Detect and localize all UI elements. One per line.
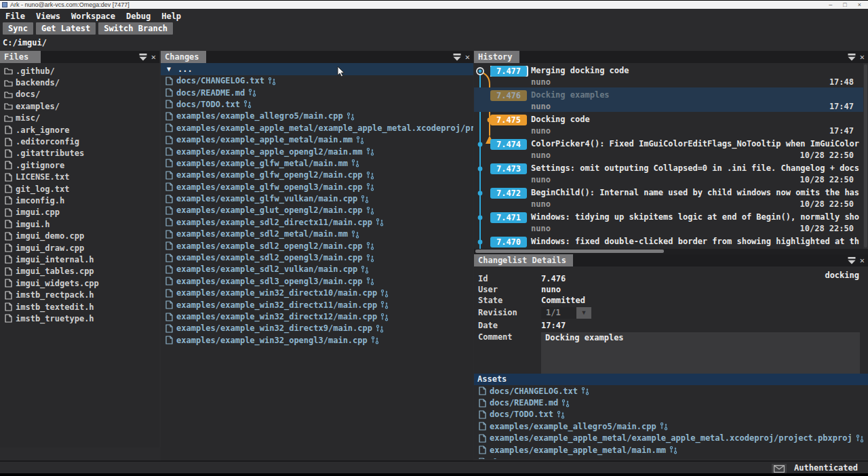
changelist-id-badge[interactable]: 7.477 — [490, 66, 527, 77]
change-row[interactable]: examples/example_sdl3_opengl3/main.cpp — [161, 275, 473, 287]
close-panel-icon[interactable]: ✕ — [465, 54, 470, 61]
history-row[interactable]: 7.477 Merging docking code nuno 17:48 — [474, 63, 863, 87]
history-row[interactable]: 7.475 Docking code nuno 17:47 — [474, 112, 863, 136]
change-row[interactable]: examples/example_glfw_opengl2/main.cpp — [161, 170, 473, 181]
change-row[interactable]: docs/CHANGELOG.txt — [161, 75, 473, 87]
filter-icon[interactable] — [453, 54, 461, 61]
changelist-id-badge[interactable]: 7.470 — [490, 237, 527, 247]
file-row[interactable]: imgui_widgets.cpp — [0, 277, 159, 289]
file-row[interactable]: examples/ — [0, 100, 159, 112]
file-row[interactable]: backends/ — [0, 77, 159, 88]
file-row[interactable]: imgui.cpp — [0, 207, 159, 218]
change-row[interactable]: examples/example_win32_directx12/main.cp… — [161, 311, 473, 322]
file-row[interactable]: .gitattributes — [0, 148, 159, 159]
asset-row[interactable]: examples/example_allegro5/main.cpp — [474, 420, 868, 432]
toolbar-button[interactable]: Sync — [3, 22, 33, 35]
menu-item[interactable]: File — [5, 12, 25, 21]
change-row[interactable]: examples/example_sdl2_vulkan/main.cpp — [161, 264, 473, 275]
file-row[interactable]: imstb_truetype.h — [0, 313, 159, 324]
changelist-id-badge[interactable]: 7.474 — [490, 139, 527, 150]
filter-icon[interactable] — [848, 54, 856, 61]
history-row[interactable]: 7.473 Settings: omit outputing Collapsed… — [474, 161, 863, 185]
file-row[interactable]: imgui_internal.h — [0, 254, 159, 265]
history-tab[interactable]: History — [474, 51, 519, 63]
changes-root-row[interactable]: ▼ ... — [161, 63, 473, 75]
changelist-id-badge[interactable]: 7.473 — [490, 163, 527, 174]
change-row[interactable]: examples/example_win32_directx9/main.cpp — [161, 323, 473, 334]
change-row[interactable]: examples/example_apple_opengl2/main.mm — [161, 146, 473, 157]
revision-dropdown-button[interactable]: ▼ — [576, 307, 591, 319]
file-row[interactable]: .ark_ignore — [0, 124, 159, 136]
chevron-down-icon[interactable]: ▼ — [167, 65, 171, 73]
file-row[interactable]: git_log.txt — [0, 183, 159, 195]
minimize-button[interactable]: – — [829, 1, 832, 8]
changelist-id-badge[interactable]: 7.472 — [490, 188, 527, 199]
state-value: Committed — [541, 296, 585, 305]
maximize-button[interactable]: □ — [843, 1, 846, 8]
change-row[interactable]: examples/example_glfw_metal/main.mm — [161, 157, 473, 169]
comment-field[interactable]: Docking examples — [541, 332, 860, 374]
file-row[interactable]: .gitignore — [0, 159, 159, 171]
history-row[interactable]: 7.470 Windows: fixed double-clicked bord… — [474, 234, 863, 249]
file-row[interactable]: imstb_textedit.h — [0, 301, 159, 313]
branch-icon — [561, 399, 570, 408]
file-row[interactable]: imgui.h — [0, 218, 159, 230]
menu-item[interactable]: Help — [161, 12, 181, 21]
change-row[interactable]: examples/example_win32_opengl3/main.cpp — [161, 334, 473, 346]
change-row[interactable]: examples/example_sdl2_directx11/main.cpp — [161, 216, 473, 228]
menu-item[interactable]: Workspace — [71, 12, 115, 21]
asset-row[interactable]: docs/README.md — [474, 397, 868, 408]
close-button[interactable]: × — [858, 1, 861, 8]
change-row[interactable]: docs/TODO.txt — [161, 98, 473, 110]
file-row[interactable]: .editorconfig — [0, 136, 159, 147]
history-row[interactable]: 7.474 ColorPicker4(): Fixed ImGuiColorEd… — [474, 136, 863, 161]
change-row[interactable]: examples/example_win32_directx11/main.cp… — [161, 299, 473, 311]
file-row[interactable]: LICENSE.txt — [0, 172, 159, 183]
history-vscrollbar[interactable] — [863, 63, 868, 249]
asset-row[interactable]: docs/TODO.txt — [474, 409, 868, 420]
close-panel-icon[interactable]: ✕ — [860, 257, 865, 264]
toolbar-button[interactable]: Switch Branch — [98, 22, 173, 35]
file-row[interactable]: .github/ — [0, 65, 159, 77]
menu-item[interactable]: Views — [36, 12, 60, 21]
toolbar-button[interactable]: Get Latest — [36, 22, 96, 35]
asset-row[interactable]: docs/CHANGELOG.txt — [474, 385, 868, 397]
history-hscrollbar[interactable] — [474, 249, 868, 254]
details-tab[interactable]: Changelist Details — [474, 254, 573, 266]
change-row[interactable]: examples/example_glut_opengl2/main.cpp — [161, 205, 473, 216]
history-row[interactable]: 7.471 Windows: tidying up skipitems logi… — [474, 210, 863, 234]
change-row[interactable]: examples/example_apple_metal/example_app… — [161, 122, 473, 134]
change-row[interactable]: examples/example_allegro5/main.cpp — [161, 111, 473, 122]
asset-row[interactable]: examples/example_apple_metal/example_app… — [474, 433, 868, 444]
file-row[interactable]: imstb_rectpack.h — [0, 289, 159, 300]
history-row[interactable]: 7.476 Docking examples nuno 17:47 — [474, 87, 863, 112]
change-row[interactable]: examples/example_sdl2_opengl3/main.cpp — [161, 252, 473, 263]
change-row[interactable]: docs/README.md — [161, 87, 473, 98]
change-row[interactable]: examples/example_sdl2_opengl2/main.cpp — [161, 240, 473, 252]
file-row[interactable]: docs/ — [0, 89, 159, 100]
filter-icon[interactable] — [139, 54, 147, 61]
close-panel-icon[interactable]: ✕ — [151, 54, 156, 61]
file-row[interactable]: imconfig.h — [0, 195, 159, 206]
history-row[interactable]: 7.472 BeginChild(): Internal name used b… — [474, 185, 863, 210]
commit-time: 10/28 22:50 — [800, 175, 854, 184]
menu-item[interactable]: Debug — [126, 12, 151, 21]
file-row[interactable]: imgui_draw.cpp — [0, 242, 159, 254]
change-row[interactable]: examples/example_sdl2_metal/main.mm — [161, 229, 473, 240]
file-row[interactable]: misc/ — [0, 113, 159, 124]
file-row[interactable]: imgui_tables.cpp — [0, 266, 159, 277]
changelist-id-badge[interactable]: 7.475 — [490, 115, 527, 125]
asset-row[interactable]: examples/example_apple_metal/main.mm — [474, 444, 868, 456]
files-tab[interactable]: Files — [0, 51, 41, 63]
changes-tab[interactable]: Changes — [161, 51, 206, 63]
changelist-id-badge[interactable]: 7.476 — [490, 90, 527, 101]
changelist-id-badge[interactable]: 7.471 — [490, 212, 527, 223]
close-panel-icon[interactable]: ✕ — [860, 54, 865, 61]
change-row[interactable]: examples/example_glfw_vulkan/main.cpp — [161, 193, 473, 204]
filter-icon[interactable] — [848, 257, 856, 264]
change-row[interactable]: examples/example_glfw_opengl3/main.cpp — [161, 181, 473, 193]
asset-row[interactable] — [474, 456, 868, 459]
change-row[interactable]: examples/example_apple_metal/main.mm — [161, 134, 473, 145]
file-row[interactable]: imgui_demo.cpp — [0, 230, 159, 241]
change-row[interactable]: examples/example_win32_directx10/main.cp… — [161, 287, 473, 299]
